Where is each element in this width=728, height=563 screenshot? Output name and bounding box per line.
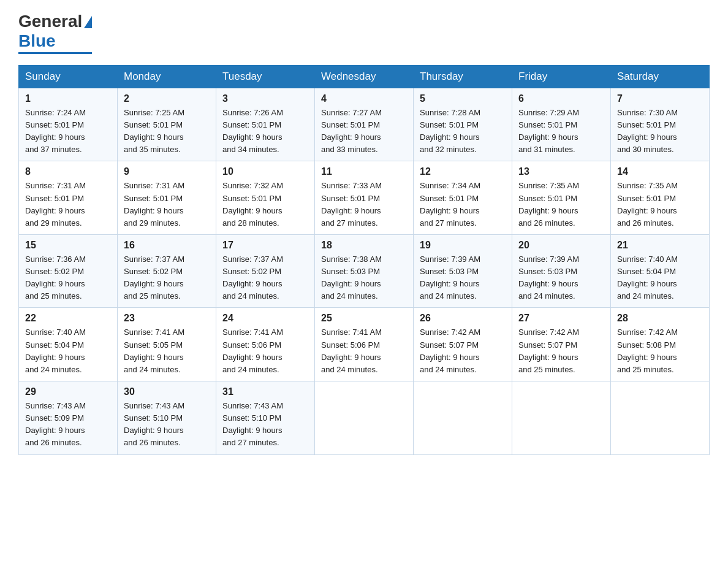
day-number: 15 (25, 240, 111, 251)
page-header: General Blue (18, 12, 710, 54)
day-number: 23 (124, 313, 210, 324)
day-number: 8 (25, 166, 111, 177)
weekday-header-row: SundayMondayTuesdayWednesdayThursdayFrid… (19, 65, 710, 88)
weekday-header-thursday: Thursday (414, 65, 512, 88)
calendar-cell: 16 Sunrise: 7:37 AM Sunset: 5:02 PM Dayl… (118, 234, 216, 308)
day-info: Sunrise: 7:30 AM Sunset: 5:01 PM Dayligh… (617, 107, 703, 156)
day-number: 26 (420, 313, 506, 324)
calendar-cell: 18 Sunrise: 7:38 AM Sunset: 5:03 PM Dayl… (315, 234, 414, 308)
day-info: Sunrise: 7:37 AM Sunset: 5:02 PM Dayligh… (124, 253, 210, 303)
day-number: 16 (124, 240, 210, 251)
day-info: Sunrise: 7:35 AM Sunset: 5:01 PM Dayligh… (617, 180, 703, 229)
logo-blue-word: Blue (18, 31, 56, 50)
calendar-cell: 23 Sunrise: 7:41 AM Sunset: 5:05 PM Dayl… (118, 308, 216, 381)
day-info: Sunrise: 7:40 AM Sunset: 5:04 PM Dayligh… (617, 253, 703, 303)
day-number: 6 (518, 93, 604, 104)
day-info: Sunrise: 7:43 AM Sunset: 5:10 PM Dayligh… (222, 400, 308, 450)
calendar-cell: 22 Sunrise: 7:40 AM Sunset: 5:04 PM Dayl… (19, 308, 118, 381)
day-info: Sunrise: 7:26 AM Sunset: 5:01 PM Dayligh… (222, 107, 308, 156)
calendar-cell: 13 Sunrise: 7:35 AM Sunset: 5:01 PM Dayl… (512, 161, 611, 235)
weekday-header-sunday: Sunday (19, 65, 118, 88)
day-info: Sunrise: 7:35 AM Sunset: 5:01 PM Dayligh… (518, 180, 604, 229)
calendar-cell: 17 Sunrise: 7:37 AM Sunset: 5:02 PM Dayl… (216, 234, 315, 308)
calendar-cell (315, 381, 414, 455)
day-number: 17 (222, 240, 308, 251)
day-info: Sunrise: 7:38 AM Sunset: 5:03 PM Dayligh… (321, 253, 407, 303)
day-number: 31 (222, 386, 308, 397)
calendar-cell: 21 Sunrise: 7:40 AM Sunset: 5:04 PM Dayl… (611, 234, 710, 308)
logo-rule (18, 52, 92, 54)
weekday-header-tuesday: Tuesday (216, 65, 315, 88)
day-info: Sunrise: 7:31 AM Sunset: 5:01 PM Dayligh… (25, 180, 111, 229)
day-number: 3 (222, 93, 308, 104)
day-number: 25 (321, 313, 407, 324)
weekday-header-monday: Monday (118, 65, 216, 88)
day-number: 11 (321, 166, 407, 177)
calendar-cell: 24 Sunrise: 7:41 AM Sunset: 5:06 PM Dayl… (216, 308, 315, 381)
calendar-week-row: 1 Sunrise: 7:24 AM Sunset: 5:01 PM Dayli… (19, 88, 710, 161)
day-number: 2 (124, 93, 210, 104)
calendar-cell: 7 Sunrise: 7:30 AM Sunset: 5:01 PM Dayli… (611, 88, 710, 161)
day-number: 30 (124, 386, 210, 397)
weekday-header-wednesday: Wednesday (315, 65, 414, 88)
day-number: 13 (518, 166, 604, 177)
day-number: 22 (25, 313, 111, 324)
day-number: 21 (617, 240, 703, 251)
day-info: Sunrise: 7:39 AM Sunset: 5:03 PM Dayligh… (518, 253, 604, 303)
day-number: 28 (617, 313, 703, 324)
day-number: 18 (321, 240, 407, 251)
day-info: Sunrise: 7:42 AM Sunset: 5:07 PM Dayligh… (518, 326, 604, 376)
calendar-cell (512, 381, 611, 455)
day-number: 27 (518, 313, 604, 324)
day-number: 10 (222, 166, 308, 177)
day-info: Sunrise: 7:43 AM Sunset: 5:10 PM Dayligh… (124, 400, 210, 450)
day-number: 24 (222, 313, 308, 324)
calendar-cell: 9 Sunrise: 7:31 AM Sunset: 5:01 PM Dayli… (118, 161, 216, 235)
calendar-cell: 20 Sunrise: 7:39 AM Sunset: 5:03 PM Dayl… (512, 234, 611, 308)
calendar-cell: 1 Sunrise: 7:24 AM Sunset: 5:01 PM Dayli… (19, 88, 118, 161)
calendar-cell: 2 Sunrise: 7:25 AM Sunset: 5:01 PM Dayli… (118, 88, 216, 161)
day-number: 19 (420, 240, 506, 251)
calendar-cell: 31 Sunrise: 7:43 AM Sunset: 5:10 PM Dayl… (216, 381, 315, 455)
day-number: 4 (321, 93, 407, 104)
day-number: 20 (518, 240, 604, 251)
day-number: 29 (25, 386, 111, 397)
day-info: Sunrise: 7:29 AM Sunset: 5:01 PM Dayligh… (518, 107, 604, 156)
weekday-header-friday: Friday (512, 65, 611, 88)
day-info: Sunrise: 7:24 AM Sunset: 5:01 PM Dayligh… (25, 107, 111, 156)
calendar-cell: 27 Sunrise: 7:42 AM Sunset: 5:07 PM Dayl… (512, 308, 611, 381)
day-info: Sunrise: 7:27 AM Sunset: 5:01 PM Dayligh… (321, 107, 407, 156)
calendar-cell: 8 Sunrise: 7:31 AM Sunset: 5:01 PM Dayli… (19, 161, 118, 235)
calendar-week-row: 29 Sunrise: 7:43 AM Sunset: 5:09 PM Dayl… (19, 381, 710, 455)
logo-blue-line: Blue (18, 31, 56, 51)
day-number: 7 (617, 93, 703, 104)
calendar-cell: 29 Sunrise: 7:43 AM Sunset: 5:09 PM Dayl… (19, 381, 118, 455)
day-info: Sunrise: 7:28 AM Sunset: 5:01 PM Dayligh… (420, 107, 506, 156)
day-info: Sunrise: 7:31 AM Sunset: 5:01 PM Dayligh… (124, 180, 210, 229)
calendar-cell: 15 Sunrise: 7:36 AM Sunset: 5:02 PM Dayl… (19, 234, 118, 308)
calendar-cell: 26 Sunrise: 7:42 AM Sunset: 5:07 PM Dayl… (414, 308, 512, 381)
calendar-cell: 25 Sunrise: 7:41 AM Sunset: 5:06 PM Dayl… (315, 308, 414, 381)
calendar-cell (611, 381, 710, 455)
logo-chevron-icon (84, 16, 92, 28)
calendar-cell: 28 Sunrise: 7:42 AM Sunset: 5:08 PM Dayl… (611, 308, 710, 381)
day-info: Sunrise: 7:37 AM Sunset: 5:02 PM Dayligh… (222, 253, 308, 303)
logo-main: General (18, 12, 92, 31)
logo: General Blue (18, 12, 92, 54)
day-info: Sunrise: 7:41 AM Sunset: 5:05 PM Dayligh… (124, 326, 210, 376)
day-number: 12 (420, 166, 506, 177)
day-info: Sunrise: 7:36 AM Sunset: 5:02 PM Dayligh… (25, 253, 111, 303)
calendar-week-row: 15 Sunrise: 7:36 AM Sunset: 5:02 PM Dayl… (19, 234, 710, 308)
calendar-cell: 4 Sunrise: 7:27 AM Sunset: 5:01 PM Dayli… (315, 88, 414, 161)
day-number: 9 (124, 166, 210, 177)
calendar-cell: 14 Sunrise: 7:35 AM Sunset: 5:01 PM Dayl… (611, 161, 710, 235)
day-info: Sunrise: 7:42 AM Sunset: 5:08 PM Dayligh… (617, 326, 703, 376)
calendar-cell: 12 Sunrise: 7:34 AM Sunset: 5:01 PM Dayl… (414, 161, 512, 235)
calendar-cell: 19 Sunrise: 7:39 AM Sunset: 5:03 PM Dayl… (414, 234, 512, 308)
calendar-cell: 3 Sunrise: 7:26 AM Sunset: 5:01 PM Dayli… (216, 88, 315, 161)
day-info: Sunrise: 7:41 AM Sunset: 5:06 PM Dayligh… (222, 326, 308, 376)
day-info: Sunrise: 7:43 AM Sunset: 5:09 PM Dayligh… (25, 400, 111, 450)
day-info: Sunrise: 7:42 AM Sunset: 5:07 PM Dayligh… (420, 326, 506, 376)
day-info: Sunrise: 7:34 AM Sunset: 5:01 PM Dayligh… (420, 180, 506, 229)
logo-general-word: General (18, 12, 82, 31)
